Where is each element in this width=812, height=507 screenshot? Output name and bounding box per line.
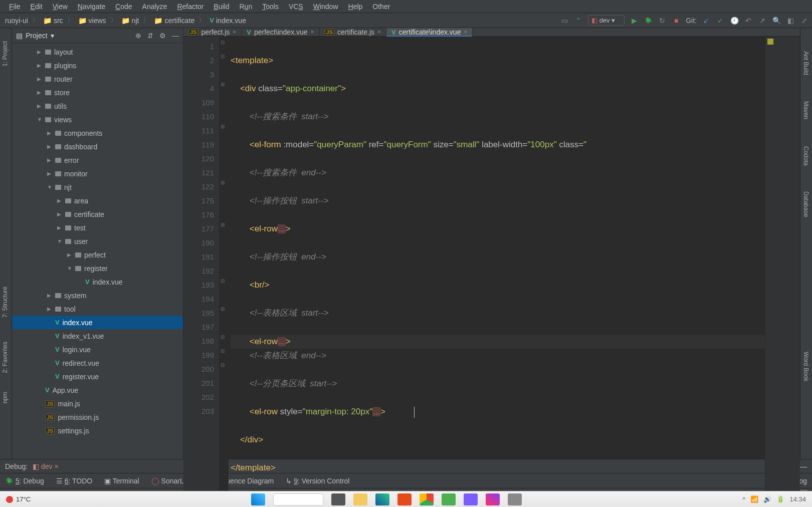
taskbar-app[interactable] — [442, 493, 456, 505]
tree-item[interactable]: ▼views — [12, 113, 183, 126]
tree-arrow[interactable]: ▼ — [47, 184, 52, 190]
tree-item[interactable]: Vindex_v1.vue — [12, 329, 183, 343]
taskbar-app[interactable] — [508, 493, 522, 505]
build-icon[interactable]: ⌃ — [574, 16, 583, 25]
vcs-push-icon[interactable]: ↗ — [758, 16, 767, 25]
tree-item[interactable]: ▶components — [12, 126, 183, 140]
tree-arrow[interactable]: ▶ — [37, 76, 42, 82]
tree-item[interactable]: ▶system — [12, 289, 183, 302]
tree-item[interactable]: ▶certificate — [12, 207, 183, 221]
tree-item[interactable]: VApp.vue — [12, 383, 183, 397]
bc-views[interactable]: 📁 views — [76, 17, 108, 25]
menu-analyze[interactable]: Analyze — [137, 2, 172, 12]
tree-item[interactable]: Vindex.vue — [12, 275, 183, 289]
tree-item[interactable]: JSpermission.js — [12, 410, 183, 424]
code-editor[interactable]: <template> <div class="app-container"> <… — [229, 37, 765, 507]
folded-region[interactable]: ... — [278, 224, 286, 233]
device-frame-icon[interactable]: ▭ — [560, 16, 569, 25]
folded-region[interactable]: ... — [372, 407, 380, 416]
close-tab-icon[interactable]: × — [233, 29, 236, 36]
tree-item[interactable]: ▶perfect — [12, 248, 183, 262]
taskbar-search[interactable] — [273, 493, 323, 505]
tree-arrow[interactable]: ▶ — [47, 130, 52, 136]
tree-item[interactable]: ▶store — [12, 86, 183, 99]
fold-mark[interactable]: ⊟ — [221, 334, 225, 340]
taskbar-mail[interactable] — [397, 493, 412, 505]
tree-arrow[interactable]: ▶ — [37, 49, 42, 55]
debug-icon[interactable]: 🪲 — [644, 16, 653, 25]
menu-navigate[interactable]: Navigate — [73, 2, 110, 12]
event-log-icon[interactable]: ◧ — [786, 16, 795, 25]
tree-item[interactable]: ▶monitor — [12, 167, 183, 180]
tool-tab-ant[interactable]: Ant Build — [800, 48, 811, 78]
weather-temp[interactable]: 17°C — [16, 495, 31, 503]
tree-item[interactable]: ▶tool — [12, 302, 183, 316]
tree-arrow[interactable]: ▼ — [57, 238, 62, 244]
tree-item[interactable]: ▶router — [12, 72, 183, 86]
tree-arrow[interactable]: ▶ — [47, 157, 52, 163]
tree-item[interactable]: ▶area — [12, 194, 183, 207]
taskbar-start[interactable] — [251, 493, 265, 505]
fold-mark[interactable]: ⊟ — [221, 54, 225, 59]
editor-tab[interactable]: JSperfect.js× — [183, 28, 242, 36]
project-title[interactable]: Project — [26, 32, 48, 40]
bc-src[interactable]: 📁 src — [41, 17, 65, 25]
menu-help[interactable]: Help — [343, 2, 368, 12]
fold-mark[interactable]: ⊞ — [221, 180, 225, 185]
tree-item[interactable]: JSsettings.js — [12, 424, 183, 437]
menu-file[interactable]: File — [4, 2, 26, 12]
tree-arrow[interactable]: ▶ — [47, 306, 52, 312]
menu-run[interactable]: Run — [234, 2, 257, 12]
tool-tab-npm[interactable]: npm — [0, 389, 10, 406]
taskbar-tray-chevron[interactable]: ^ — [742, 495, 745, 503]
vcs-history-icon[interactable]: 🕘 — [730, 16, 739, 25]
tree-item[interactable]: ▼njt — [12, 180, 183, 194]
bc-njt[interactable]: 📁 njt — [119, 17, 141, 25]
menu-code[interactable]: Code — [110, 2, 137, 12]
expand-all-icon[interactable]: ⇵ — [147, 32, 153, 40]
fold-mark[interactable]: ⊟ — [221, 278, 225, 284]
tree-arrow[interactable]: ▼ — [37, 117, 42, 122]
tool-tab-codota[interactable]: Codota — [800, 143, 811, 169]
close-tab-icon[interactable]: × — [464, 29, 467, 36]
tree-arrow[interactable]: ▶ — [47, 171, 52, 176]
tree-item[interactable]: ▼register — [12, 262, 183, 275]
locate-icon[interactable]: ⊕ — [135, 32, 141, 40]
fold-mark[interactable]: ⊟ — [221, 348, 225, 354]
tree-item[interactable]: Vregister.vue — [12, 370, 183, 383]
editor-tab[interactable]: Vperfect\index.vue× — [242, 28, 319, 36]
tree-arrow[interactable]: ▶ — [57, 198, 62, 203]
vcs-rollback-icon[interactable]: ↶ — [744, 16, 753, 25]
tree-item[interactable]: ▶utils — [12, 99, 183, 113]
run-config-select[interactable]: ◧ dev ▾ — [588, 15, 625, 26]
debug-run-config[interactable]: ◧ dev × — [33, 462, 59, 470]
bc-certificate[interactable]: 📁 certificate — [152, 17, 196, 25]
stop-icon[interactable]: ■ — [672, 16, 681, 25]
fold-mark[interactable]: ⊞ — [221, 306, 225, 312]
taskbar-app[interactable] — [464, 493, 478, 505]
taskbar-taskview[interactable] — [331, 493, 345, 505]
fold-mark[interactable]: ⊟ — [221, 362, 225, 368]
tool-tab-maven[interactable]: Maven — [800, 98, 811, 122]
fold-mark[interactable]: ⊞ — [221, 82, 225, 87]
tree-item[interactable]: Vlogin.vue — [12, 343, 183, 356]
menu-tools[interactable]: Tools — [257, 2, 284, 12]
tree-arrow[interactable]: ▶ — [37, 103, 42, 109]
tree-item[interactable]: ▶dashboard — [12, 140, 183, 153]
fold-mark[interactable]: ⊞ — [221, 222, 225, 227]
tree-arrow[interactable]: ▶ — [57, 225, 62, 230]
tool-tab-database[interactable]: Database — [800, 188, 811, 220]
tool-terminal[interactable]: ▣ Terminal — [104, 477, 139, 485]
taskbar-edge[interactable] — [375, 493, 389, 505]
tool-tab-wordbook[interactable]: Word Book — [800, 349, 811, 384]
tree-item[interactable]: ▼user — [12, 234, 183, 248]
close-tab-icon[interactable]: × — [377, 29, 381, 36]
presentation-icon[interactable]: ⤢ — [800, 16, 809, 25]
tree-arrow[interactable]: ▶ — [47, 144, 52, 149]
bc-root[interactable]: ruoyi-ui — [3, 17, 30, 25]
menu-edit[interactable]: Edit — [26, 2, 48, 12]
project-tree[interactable]: ▶layout▶plugins▶router▶store▶utils▼views… — [12, 43, 183, 459]
tree-arrow[interactable]: ▶ — [37, 63, 42, 68]
fold-mark[interactable]: ⊞ — [221, 124, 225, 129]
fold-mark[interactable]: ⊟ — [221, 40, 225, 45]
